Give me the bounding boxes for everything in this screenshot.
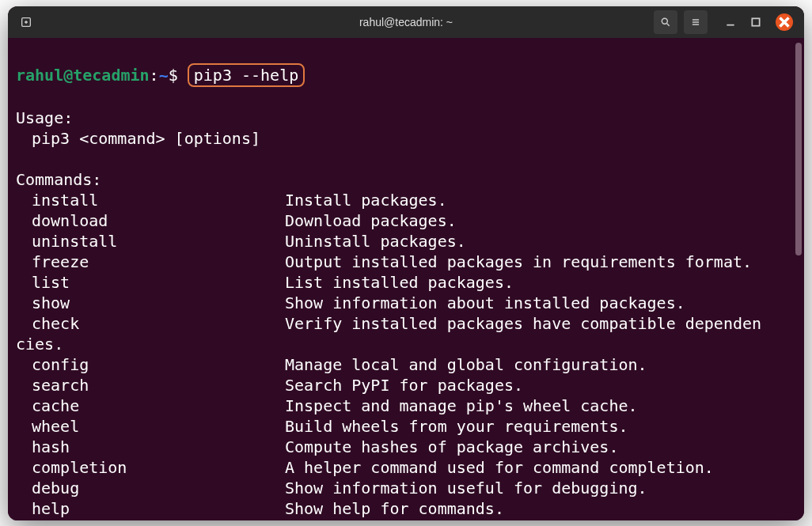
command-description: Show information useful for debugging. [285, 478, 795, 498]
command-row: wheelBuild wheels from your requirements… [16, 416, 795, 437]
window-controls [725, 13, 793, 31]
hamburger-icon [690, 17, 701, 28]
command-row: installInstall packages. [16, 190, 795, 210]
scrollbar[interactable] [795, 43, 803, 516]
command-description: List installed packages. [285, 272, 795, 293]
close-icon [776, 13, 793, 31]
new-tab-button[interactable] [14, 10, 38, 34]
svg-line-4 [667, 23, 670, 25]
command-description: Verify installed packages have compatibl… [285, 313, 795, 334]
titlebar-left [14, 10, 38, 34]
command-name: check [16, 313, 285, 334]
svg-point-3 [662, 18, 667, 24]
prompt-path: ~ [159, 66, 169, 85]
command-row: showShow information about installed pac… [16, 293, 795, 313]
command-name: help [16, 498, 285, 519]
terminal-body[interactable]: rahul@tecadmin:~$ pip3 --help Usage: pip… [8, 38, 804, 520]
command-row: debugShow information useful for debuggi… [16, 478, 795, 498]
command-description: Build wheels from your requirements. [285, 416, 795, 437]
command-row: configManage local and global configurat… [16, 354, 795, 375]
maximize-icon [750, 17, 761, 28]
command-description: Output installed packages in requirement… [285, 252, 795, 272]
command-name: completion [16, 457, 285, 478]
command-name: debug [16, 478, 285, 498]
usage-line: pip3 <command> [options] [16, 129, 260, 148]
prompt-user-host: rahul@tecadmin [16, 66, 150, 85]
minimize-icon [725, 17, 736, 28]
command-name: cache [16, 395, 285, 416]
command-description: Show information about installed package… [285, 293, 795, 313]
command-row: uninstallUninstall packages. [16, 231, 795, 252]
command-name: uninstall [16, 231, 285, 252]
command-description: Show help for commands. [285, 498, 795, 519]
command-name: search [16, 375, 285, 395]
command-description: Search PyPI for packages. [285, 375, 795, 395]
terminal-content: rahul@tecadmin:~$ pip3 --help Usage: pip… [16, 43, 795, 516]
command-description: Manage local and global configuration. [285, 354, 795, 375]
commands-list: installInstall packages.downloadDownload… [16, 190, 795, 519]
command-row: hashCompute hashes of package archives. [16, 437, 795, 457]
scrollbar-thumb[interactable] [795, 43, 802, 255]
command-description: A helper command used for command comple… [285, 457, 795, 478]
command-description: Install packages. [285, 190, 795, 210]
command-row: cacheInspect and manage pip's wheel cach… [16, 395, 795, 416]
prompt-colon: : [150, 66, 159, 85]
command-description: Inspect and manage pip's wheel cache. [285, 395, 795, 416]
search-button[interactable] [654, 10, 677, 34]
menu-button[interactable] [684, 10, 708, 34]
typed-command: pip3 --help [194, 66, 298, 85]
minimize-button[interactable] [725, 17, 736, 28]
terminal-window: rahul@tecadmin: ~ [8, 6, 804, 520]
command-name: freeze [16, 252, 285, 272]
command-description: Compute hashes of package archives. [285, 437, 795, 457]
command-wrap-line: cies. [16, 334, 795, 354]
command-row: completionA helper command used for comm… [16, 457, 795, 478]
command-name: list [16, 272, 285, 293]
new-tab-icon [20, 16, 32, 28]
typed-command-highlight: pip3 --help [188, 63, 305, 87]
command-row: searchSearch PyPI for packages. [16, 375, 795, 395]
titlebar: rahul@tecadmin: ~ [8, 6, 804, 38]
window-title: rahul@tecadmin: ~ [359, 16, 453, 28]
command-row: helpShow help for commands. [16, 498, 795, 519]
command-name: wheel [16, 416, 285, 437]
commands-heading: Commands: [16, 170, 101, 189]
command-row: listList installed packages. [16, 272, 795, 293]
command-name: install [16, 190, 285, 210]
command-description: Uninstall packages. [285, 231, 795, 252]
command-description: Download packages. [285, 210, 795, 231]
command-row: downloadDownload packages. [16, 210, 795, 231]
close-button[interactable] [776, 13, 793, 31]
command-name: show [16, 293, 285, 313]
command-name: hash [16, 437, 285, 457]
svg-rect-9 [752, 18, 759, 25]
prompt-dollar: $ [169, 66, 178, 85]
command-name: download [16, 210, 285, 231]
command-name: config [16, 354, 285, 375]
usage-heading: Usage: [16, 108, 73, 127]
command-row: freezeOutput installed packages in requi… [16, 252, 795, 272]
command-row: checkVerify installed packages have comp… [16, 313, 795, 334]
search-icon [660, 17, 671, 28]
maximize-button[interactable] [750, 17, 761, 28]
titlebar-right [654, 10, 798, 34]
